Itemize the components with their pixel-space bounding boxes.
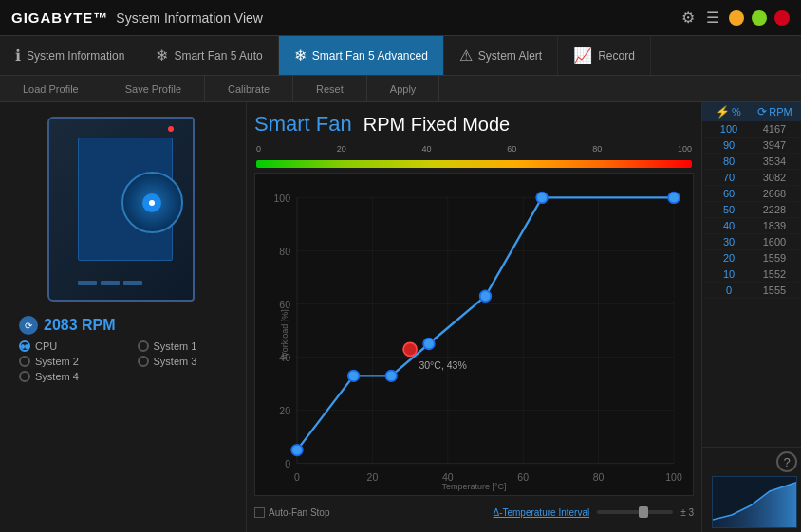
minimize-button[interactable] <box>729 10 744 26</box>
x-axis-label: Temperature [°C] <box>441 482 506 491</box>
load-profile-button[interactable]: Load Profile <box>0 76 102 101</box>
fan-source-system1[interactable]: System 1 <box>138 340 237 352</box>
nav-bar: ℹ System Information ❄ Smart Fan 5 Auto … <box>0 36 801 76</box>
tab-system-alert[interactable]: ⚠ System Alert <box>444 36 558 75</box>
help-area: ? <box>702 447 801 532</box>
close-button[interactable] <box>774 10 790 26</box>
mini-chart-svg <box>713 477 797 528</box>
title-bar-controls: ⚙ ☰ <box>680 9 790 27</box>
left-panel: ⟳ 2083 RPM CPU System 1 System 2 System … <box>0 102 247 532</box>
rpm-table-header: ⚡ % ⟳ RPM <box>702 102 801 121</box>
tab-record[interactable]: 📈 Record <box>558 36 651 75</box>
settings-icon[interactable]: ⚙ <box>680 9 697 27</box>
chart-bottom-controls: Auto-Fan Stop Δ-Temperature Interval ± 3 <box>254 502 694 523</box>
temp-interval-label: Δ-Temperature Interval <box>493 507 589 518</box>
radio-cpu[interactable] <box>19 340 30 352</box>
temp-interval-slider[interactable] <box>597 510 673 514</box>
rpm-fan-icon: ⟳ <box>19 316 38 335</box>
rpm-row-70: 70 3082 <box>702 170 801 186</box>
fan-source-system4[interactable]: System 4 <box>19 371 119 382</box>
active-operating-point[interactable] <box>403 342 417 356</box>
fan-source-system2[interactable]: System 2 <box>19 356 119 367</box>
chart-point-5[interactable] <box>536 193 548 204</box>
radio-system3[interactable] <box>138 356 149 367</box>
svg-text:100: 100 <box>273 193 290 204</box>
lightning-icon: ⚡ <box>716 105 730 119</box>
rpm-row-80: 80 3534 <box>702 154 801 170</box>
rpm-value: 2083 RPM <box>44 317 116 334</box>
chart-point-3[interactable] <box>423 339 435 350</box>
fan-rpm-icon: ⟳ <box>757 105 767 119</box>
pc-button-2 <box>101 281 120 285</box>
chart-point-4[interactable] <box>480 290 492 302</box>
pc-fan-visual <box>121 172 183 233</box>
reset-button[interactable]: Reset <box>293 76 367 101</box>
title-bar-left: GIGABYTE™ System Information View <box>11 9 263 26</box>
apply-button[interactable]: Apply <box>367 76 440 101</box>
list-icon[interactable]: ☰ <box>704 9 721 27</box>
tab-smart-fan-5[interactable]: ❄ Smart Fan 5 Auto <box>140 36 278 75</box>
chart-point-0[interactable] <box>291 445 303 456</box>
calibrate-button[interactable]: Calibrate <box>205 76 293 101</box>
auto-fan-stop-checkbox[interactable] <box>254 507 265 518</box>
gradient-track <box>256 160 692 168</box>
pc-buttons <box>78 281 142 285</box>
rpm-row-100: 100 4167 <box>702 121 801 138</box>
chart-title-mode: RPM Fixed Mode <box>363 114 511 136</box>
help-button[interactable]: ? <box>776 451 797 472</box>
svg-marker-24 <box>713 482 797 528</box>
interval-value: ± 3 <box>680 507 694 518</box>
rpm-row-90: 90 3947 <box>702 138 801 154</box>
fan-source-system3[interactable]: System 3 <box>138 356 237 367</box>
maximize-button[interactable] <box>752 10 767 26</box>
tab-smart-fan-adv-label: Smart Fan 5 Advanced <box>312 49 428 63</box>
rpm-display: ⟳ 2083 RPM <box>9 316 236 335</box>
rpm-row-30: 30 1600 <box>702 234 801 250</box>
fan-source-system4-label: System 4 <box>35 371 79 382</box>
tab-system-info[interactable]: ℹ System Information <box>0 36 140 75</box>
fan-icon-2: ❄ <box>294 46 307 64</box>
right-panel: ⚡ % ⟳ RPM 100 4167 90 3947 80 3534 <box>701 102 801 532</box>
mini-chart <box>712 476 797 528</box>
app-title: System Information View <box>116 10 263 26</box>
record-icon: 📈 <box>573 46 592 64</box>
fan-curve-line <box>297 197 674 449</box>
radio-system1[interactable] <box>138 340 149 352</box>
pc-case-visual <box>38 117 209 306</box>
chart-point-2[interactable] <box>385 371 397 382</box>
tab-record-label: Record <box>598 49 635 63</box>
rpm-row-40: 40 1839 <box>702 218 801 234</box>
chart-svg: 100 80 60 40 20 0 0 20 40 60 80 100 <box>297 193 674 468</box>
svg-text:0: 0 <box>294 471 300 483</box>
chart-header: Smart Fan RPM Fixed Mode <box>254 112 694 137</box>
rpm-row-20: 20 1559 <box>702 250 801 266</box>
chart-point-1[interactable] <box>348 371 360 382</box>
app-brand: GIGABYTE™ <box>11 9 108 26</box>
svg-text:60: 60 <box>517 471 529 483</box>
slider-thumb[interactable] <box>639 506 648 518</box>
pc-outer-case <box>47 117 195 302</box>
auto-fan-stop-control[interactable]: Auto-Fan Stop <box>254 507 329 518</box>
svg-text:20: 20 <box>367 471 379 483</box>
fan-icon-1: ❄ <box>156 46 168 64</box>
fan-source-system3-label: System 3 <box>154 356 197 367</box>
rpm-row-50: 50 2228 <box>702 202 801 218</box>
pc-fan-center <box>142 193 161 212</box>
fan-source-system1-label: System 1 <box>154 340 197 352</box>
save-profile-button[interactable]: Save Profile <box>102 76 205 101</box>
chart-area[interactable]: Workload [%] Temperature [°C] 100 8 <box>254 173 694 496</box>
svg-text:100: 100 <box>665 471 682 483</box>
tab-system-alert-label: System Alert <box>478 49 542 63</box>
fan-source-cpu[interactable]: CPU <box>19 340 119 352</box>
chart-title-smart: Smart Fan <box>254 112 352 137</box>
temperature-gradient-bar <box>254 159 694 169</box>
tab-system-info-label: System Information <box>27 49 124 63</box>
fan-source-cpu-label: CPU <box>35 340 57 352</box>
radio-system4[interactable] <box>19 371 30 382</box>
tab-smart-fan-adv[interactable]: ❄ Smart Fan 5 Advanced <box>279 36 444 75</box>
rpm-header-rpm: ⟳ RPM <box>753 105 797 119</box>
rpm-row-0: 0 1555 <box>702 283 801 299</box>
gradient-labels: 0 20 40 60 80 100 <box>254 144 694 154</box>
radio-system2[interactable] <box>19 356 30 367</box>
chart-point-6[interactable] <box>668 193 680 204</box>
